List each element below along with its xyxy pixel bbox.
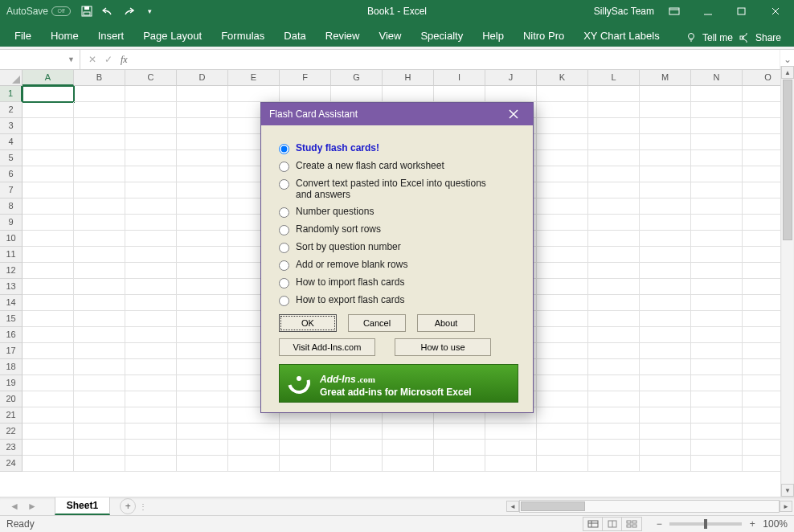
cell[interactable]	[177, 247, 228, 263]
cell[interactable]	[640, 327, 691, 343]
cell[interactable]	[434, 86, 485, 102]
cell[interactable]	[177, 311, 228, 327]
cell[interactable]	[640, 231, 691, 247]
cell[interactable]	[588, 375, 640, 391]
row-header[interactable]: 5	[0, 150, 23, 166]
cell[interactable]	[537, 215, 588, 231]
cell[interactable]	[588, 407, 640, 424]
column-header[interactable]: D	[177, 70, 228, 86]
cell[interactable]	[537, 279, 588, 295]
cell[interactable]	[125, 182, 177, 198]
cell[interactable]	[228, 424, 280, 440]
row-header[interactable]: 7	[0, 182, 23, 198]
cell[interactable]	[588, 198, 640, 215]
tab-data[interactable]: Data	[274, 25, 315, 47]
dialog-option[interactable]: Create a new flash card worksheet	[279, 160, 518, 172]
cell[interactable]	[177, 359, 228, 375]
row-header[interactable]: 12	[0, 263, 23, 279]
cell[interactable]	[537, 391, 588, 407]
cell[interactable]	[588, 134, 640, 150]
cell[interactable]	[537, 359, 588, 375]
cell[interactable]	[537, 198, 588, 215]
cell[interactable]	[640, 198, 691, 215]
cell[interactable]	[537, 424, 588, 440]
cell[interactable]	[177, 198, 228, 215]
cell[interactable]	[640, 295, 691, 311]
cell[interactable]	[640, 150, 691, 166]
formula-input[interactable]	[136, 50, 780, 69]
cell[interactable]	[23, 134, 74, 150]
tab-page-layout[interactable]: Page Layout	[133, 25, 211, 47]
cell[interactable]	[228, 440, 280, 456]
cell[interactable]	[691, 86, 743, 102]
cell[interactable]	[485, 424, 537, 440]
cell[interactable]	[691, 456, 743, 472]
cell[interactable]	[537, 456, 588, 472]
cell[interactable]	[125, 343, 177, 359]
cell[interactable]	[691, 424, 743, 440]
cell[interactable]	[434, 440, 485, 456]
column-header[interactable]: K	[537, 70, 588, 86]
cell[interactable]	[23, 456, 74, 472]
cell[interactable]	[588, 118, 640, 134]
cell[interactable]	[588, 102, 640, 118]
cell[interactable]	[74, 215, 125, 231]
row-header[interactable]: 21	[0, 407, 23, 424]
vertical-scrollbar[interactable]: ▲ ▼	[780, 66, 794, 497]
tab-view[interactable]: View	[369, 25, 411, 47]
cell[interactable]	[691, 198, 743, 215]
cell[interactable]	[125, 102, 177, 118]
cell[interactable]	[23, 311, 74, 327]
row-header[interactable]: 8	[0, 198, 23, 215]
cell[interactable]	[125, 279, 177, 295]
page-break-view-button[interactable]	[622, 518, 641, 530]
row-header[interactable]: 4	[0, 134, 23, 150]
cell[interactable]	[640, 134, 691, 150]
cell[interactable]	[640, 86, 691, 102]
undo-icon[interactable]	[101, 5, 114, 18]
cell[interactable]	[23, 295, 74, 311]
cell[interactable]	[691, 359, 743, 375]
zoom-slider[interactable]	[669, 522, 742, 526]
column-header[interactable]: J	[485, 70, 537, 86]
cell[interactable]	[434, 456, 485, 472]
cell[interactable]	[74, 247, 125, 263]
fx-icon[interactable]: fx	[121, 54, 128, 66]
row-header[interactable]: 10	[0, 231, 23, 247]
cell[interactable]	[537, 375, 588, 391]
cell[interactable]	[588, 279, 640, 295]
cell[interactable]	[331, 424, 383, 440]
cell[interactable]	[125, 391, 177, 407]
cell[interactable]	[23, 279, 74, 295]
cell[interactable]	[640, 166, 691, 182]
cell[interactable]	[23, 407, 74, 424]
tab-insert[interactable]: Insert	[88, 25, 134, 47]
cell[interactable]	[23, 182, 74, 198]
cell[interactable]	[640, 263, 691, 279]
cell[interactable]	[177, 407, 228, 424]
cell[interactable]	[23, 424, 74, 440]
column-header[interactable]: G	[331, 70, 383, 86]
cell[interactable]	[537, 263, 588, 279]
cell[interactable]	[125, 231, 177, 247]
tab-split-grip[interactable]: ⋮	[136, 502, 142, 511]
row-header[interactable]: 16	[0, 327, 23, 343]
radio-input[interactable]	[279, 296, 289, 306]
cell[interactable]	[23, 215, 74, 231]
cell[interactable]	[588, 391, 640, 407]
cell[interactable]	[23, 166, 74, 182]
select-all-corner[interactable]	[0, 70, 23, 86]
minimize-button[interactable]	[694, 0, 722, 23]
tab-review[interactable]: Review	[316, 25, 370, 47]
cell[interactable]	[177, 440, 228, 456]
cell[interactable]	[640, 407, 691, 424]
cell[interactable]	[640, 215, 691, 231]
cell[interactable]	[125, 263, 177, 279]
row-header[interactable]: 13	[0, 279, 23, 295]
ok-button[interactable]: OK	[279, 314, 337, 332]
cell[interactable]	[640, 359, 691, 375]
radio-input[interactable]	[279, 243, 289, 253]
cell[interactable]	[691, 295, 743, 311]
cell[interactable]	[23, 263, 74, 279]
save-icon[interactable]	[80, 5, 93, 18]
